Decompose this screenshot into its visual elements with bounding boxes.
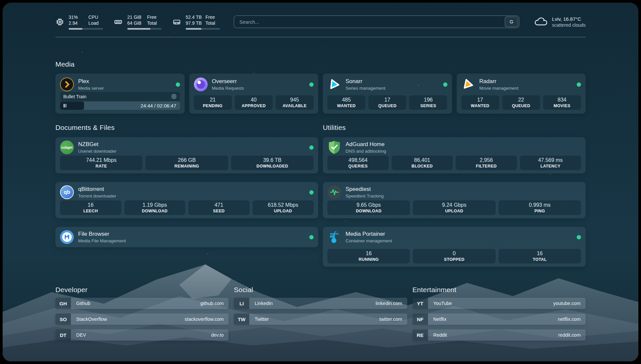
cpu-usage-value: 31% (69, 14, 88, 20)
link-abbr: RE (412, 329, 428, 341)
disk-stat: 52.4 TBFree 97.9 TBTotal (172, 14, 220, 30)
stat-label: SEED (213, 208, 225, 214)
link-row-netflix[interactable]: NF Netflix netflix.com (412, 314, 586, 325)
stat-value: 9.24 Gbps (442, 202, 467, 208)
app-card-portainer[interactable]: Media Portainer Container management 16R… (323, 227, 586, 267)
weather-condition: scattered clouds (552, 22, 586, 28)
playback-progress[interactable]: 24:44 / 02:06:47 (60, 102, 180, 110)
stat-tile: 834MOVIES (543, 95, 581, 110)
filebrowser-icon (60, 230, 74, 244)
app-subtitle: Media Requests (212, 85, 244, 91)
link-row-dev[interactable]: DT DEV dev.to (55, 329, 229, 341)
documents-column: nzbget NZBGet Usenet downloader 744.21 M… (55, 137, 318, 247)
link-abbr: SO (55, 314, 71, 325)
cpu-stat: 31%CPU 2.94Load (55, 14, 103, 30)
link-url: github.com (200, 301, 224, 306)
stat-value: 0 (453, 250, 456, 257)
app-card-radarr[interactable]: Radarr Movie management 17WANTED 22QUEUE… (457, 74, 586, 114)
stat-value: 471 (214, 202, 223, 208)
weather-widget[interactable]: Lviv, 16.87°C scattered clouds (533, 16, 586, 28)
stat-tile: 22QUEUED (502, 95, 540, 110)
app-subtitle: Series management (346, 85, 385, 91)
search-input[interactable] (234, 19, 505, 25)
link-row-twitter[interactable]: TW Twitter twitter.com (234, 314, 407, 325)
section-title-social: Social (234, 286, 407, 294)
app-title: Media Portainer (346, 231, 392, 237)
app-subtitle: Media server (78, 85, 104, 91)
stat-value: 39.6 TB (263, 157, 282, 163)
app-card-qbittorrent[interactable]: qb qBittorrent Torrent downloader 16LEEC… (55, 182, 318, 218)
stat-value: 618.52 Mbps (268, 202, 298, 208)
disk-free-value: 52.4 TB (186, 14, 205, 20)
weather-location: Lviv, 16.87°C (552, 16, 586, 22)
app-title: qBittorrent (78, 186, 116, 193)
cpu-icon (55, 17, 64, 26)
stat-tile: 47.569 msLATENCY (520, 156, 581, 170)
link-url: linkedin.com (376, 301, 402, 306)
link-row-youtube[interactable]: YT YouTube youtube.com (412, 298, 586, 309)
section-title-utilities: Utilities (323, 124, 586, 132)
qbittorrent-icon: qb (60, 185, 74, 199)
disk-icon (172, 17, 181, 26)
stat-tile: 17WANTED (461, 95, 499, 110)
search-engine-button[interactable]: G (505, 16, 518, 27)
portainer-icon (327, 230, 341, 244)
stat-value: 47.569 ms (538, 157, 563, 163)
stat-value: 485 (342, 97, 351, 103)
social-section: Social LI LinkedIn linkedin.com TW Twitt… (234, 286, 407, 341)
memory-stat: 21 GiBFree 64 GiBTotal (113, 14, 162, 30)
stat-value: 21 (210, 97, 216, 103)
pause-icon[interactable] (64, 104, 66, 107)
section-title-media: Media (55, 60, 586, 68)
stat-value: 16 (366, 250, 372, 257)
link-row-linkedin[interactable]: LI LinkedIn linkedin.com (234, 298, 407, 309)
link-row-stackoverflow[interactable]: SO StackOverflow stackoverflow.com (55, 314, 229, 325)
overseerr-icon (194, 77, 208, 91)
link-url: stackoverflow.com (185, 317, 224, 322)
stat-label: DOWNLOADED (257, 164, 288, 169)
stat-label: QUEUED (378, 103, 397, 108)
cpu-usage-label: CPU (88, 14, 98, 20)
stat-label: BLOCKED (412, 164, 433, 169)
status-dot (577, 82, 581, 87)
stat-tile: 16RUNNING (327, 249, 410, 263)
adguard-icon (327, 140, 341, 154)
stat-value: 17 (384, 97, 390, 103)
stat-label: LATENCY (540, 164, 561, 169)
stat-tile: 21PENDING (194, 95, 232, 110)
now-playing-row: Bullet Train (60, 92, 180, 101)
app-card-sonarr[interactable]: Sonarr Series management 485WANTED 17QUE… (323, 74, 452, 114)
link-row-github[interactable]: GH Github github.com (55, 298, 229, 309)
link-name: YouTube (433, 301, 452, 306)
stat-tile: 945AVAILABLE (276, 95, 314, 110)
disk-total-label: Total (205, 20, 215, 26)
app-title: File Browser (78, 231, 126, 237)
app-card-overseerr[interactable]: Overseerr Media Requests 21PENDING 40APP… (189, 74, 319, 114)
stat-label: PING (534, 208, 545, 214)
entertainment-section: Entertainment YT YouTube youtube.com NF … (412, 286, 586, 341)
status-dot (309, 235, 314, 239)
app-subtitle: Movie management (479, 85, 519, 91)
radarr-icon (461, 77, 475, 91)
app-card-plex[interactable]: Plex Media server Bullet Train (55, 74, 185, 114)
stat-tile: 266 GBREMAINING (145, 156, 228, 170)
media-icon (171, 94, 177, 99)
stat-label: STOPPED (444, 257, 464, 262)
stat-value: 22 (518, 97, 524, 103)
status-dot (577, 235, 581, 239)
app-card-nzbget[interactable]: nzbget NZBGet Usenet downloader 744.21 M… (55, 137, 318, 173)
stat-value: 2,956 (480, 157, 493, 163)
stat-label: UPLOAD (274, 208, 292, 214)
app-card-adguard[interactable]: AdGuard Home DNS and adblocking 498,564Q… (323, 137, 586, 173)
link-name: Reddit (433, 332, 447, 338)
link-abbr: DT (55, 329, 71, 341)
app-card-speedtest[interactable]: Speedtest Speedtest Tracking 9.65 GbpsDO… (323, 182, 586, 218)
link-row-reddit[interactable]: RE Reddit reddit.com (412, 329, 586, 341)
cloud-icon (533, 16, 548, 28)
stat-label: QUERIES (348, 164, 368, 169)
app-card-filebrowser[interactable]: File Browser Media File Management (55, 227, 318, 247)
stat-value: 945 (290, 97, 299, 103)
app-title: Plex (78, 78, 104, 85)
playback-progress-fill (60, 102, 84, 110)
link-name: Github (76, 301, 90, 306)
